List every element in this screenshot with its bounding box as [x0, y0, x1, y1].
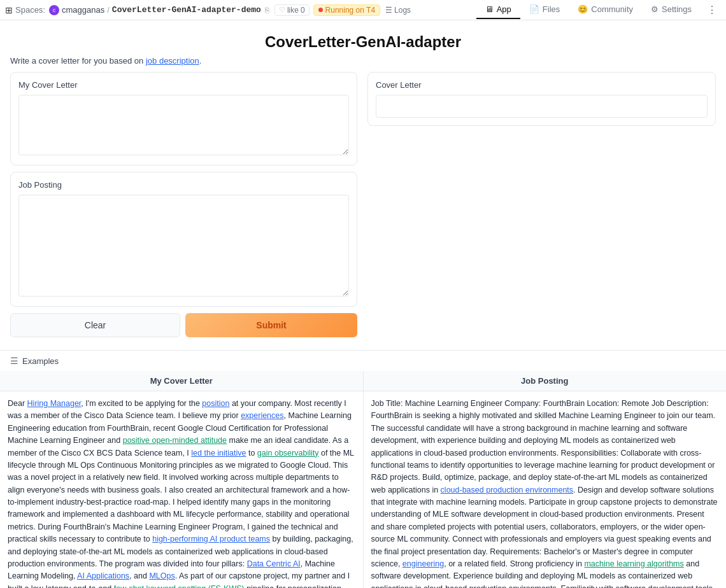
job-posting-label: Job Posting [18, 180, 349, 190]
col-job-posting: Job Posting [363, 371, 726, 391]
page-desc: Write a cover letter for you based on jo… [0, 55, 726, 72]
menu-icon: ☰ [10, 356, 18, 366]
nav-user[interactable]: cmagganas [62, 5, 104, 15]
examples-table: My Cover Letter Job Posting Dear Hiring … [0, 371, 726, 588]
like-label: like [287, 6, 299, 15]
clear-button[interactable]: Clear [10, 313, 180, 337]
cover-letter-label: My Cover Letter [18, 80, 349, 90]
community-icon: 😊 [578, 4, 588, 14]
more-button[interactable]: ⋮ [703, 1, 721, 18]
running-badge: Running on T4 [313, 4, 381, 16]
spaces-label: Spaces: [15, 5, 45, 15]
output-box [376, 95, 708, 118]
tab-settings[interactable]: ⚙ Settings [642, 1, 701, 19]
main-content: My Cover Letter Job Posting Clear Submit… [0, 72, 726, 347]
like-button[interactable]: ♡ like 0 [274, 4, 310, 16]
output-section: Cover Letter [367, 72, 716, 126]
example-cover-letter[interactable]: Dear Hiring Manager, I'm excited to be a… [0, 391, 363, 589]
logs-icon: ☰ [385, 6, 392, 15]
tab-community[interactable]: 😊 Community [569, 1, 642, 19]
running-dot [318, 8, 323, 12]
cover-letter-section: My Cover Letter [10, 72, 357, 165]
desc-link-text[interactable]: job description [146, 56, 199, 66]
job-posting-input[interactable] [18, 195, 349, 297]
col-cover-letter: My Cover Letter [0, 371, 363, 391]
left-panel: My Cover Letter Job Posting Clear Submit [10, 72, 357, 337]
page-title: CoverLetter-GenAI-adapter [0, 33, 726, 51]
copy-icon[interactable]: ⎘ [265, 6, 269, 15]
top-nav: ⊞ Spaces: c cmagganas / CoverLetter-GenA… [0, 0, 726, 20]
examples-label: Examples [22, 356, 59, 366]
cover-letter-input[interactable] [18, 95, 349, 155]
examples-header[interactable]: ☰ Examples [0, 351, 726, 371]
example-job-posting[interactable]: Job Title: Machine Learning Engineer Com… [363, 391, 726, 589]
btn-row: Clear Submit [10, 313, 357, 337]
settings-icon: ⚙ [651, 4, 658, 14]
page-title-section: CoverLetter-GenAI-adapter [0, 20, 726, 55]
output-label: Cover Letter [376, 80, 708, 90]
job-posting-section: Job Posting [10, 172, 357, 307]
nav-sep: / [107, 5, 110, 15]
tab-app[interactable]: 🖥 App [476, 1, 520, 19]
spaces-icon: ⊞ [5, 5, 13, 15]
app-icon: 🖥 [485, 4, 494, 14]
nav-tabs: 🖥 App 📄 Files 😊 Community ⚙ Settings [476, 1, 701, 19]
desc-suffix: . [199, 56, 202, 66]
running-label: Running on T4 [325, 6, 376, 15]
example-row: Dear Hiring Manager, I'm excited to be a… [0, 391, 726, 589]
like-count: 0 [301, 6, 305, 15]
nav-repo[interactable]: CoverLetter-GenAI-adapter-demo [112, 5, 261, 15]
nav-avatar: c [49, 5, 59, 15]
files-tab-label: Files [543, 4, 560, 14]
tab-files[interactable]: 📄 Files [520, 1, 569, 19]
logs-button[interactable]: ☰ Logs [383, 6, 413, 15]
app-tab-label: App [497, 4, 511, 14]
desc-prefix: Write a cover letter for you based on [10, 56, 143, 66]
submit-button[interactable]: Submit [185, 313, 357, 337]
heart-icon: ♡ [279, 6, 285, 14]
logs-label: Logs [394, 6, 411, 15]
community-tab-label: Community [591, 4, 633, 14]
examples-section: ☰ Examples My Cover Letter Job Posting D… [0, 350, 726, 588]
settings-tab-label: Settings [662, 4, 692, 14]
files-icon: 📄 [529, 4, 539, 14]
right-panel: Cover Letter [367, 72, 716, 337]
